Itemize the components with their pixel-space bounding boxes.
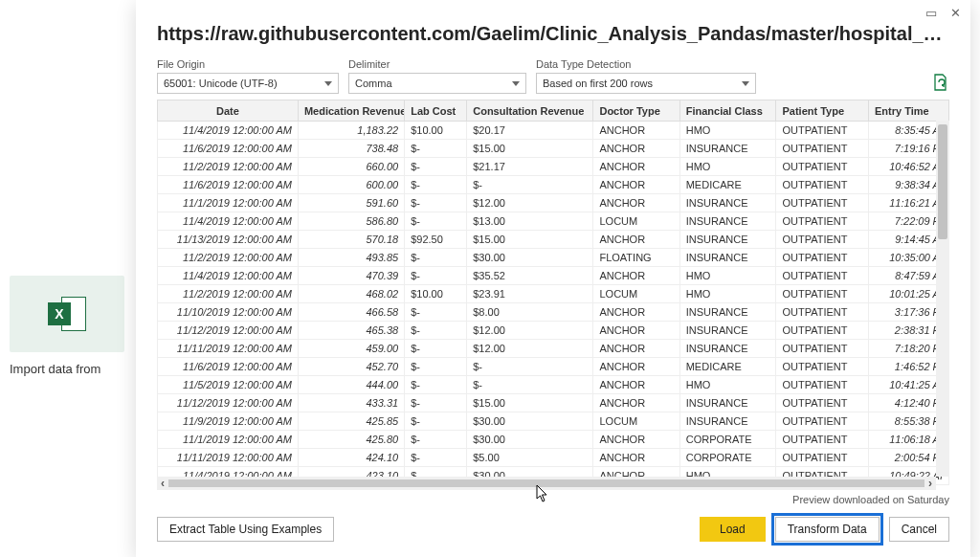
cell-date: 11/2/2019 12:00:00 AM [158,249,299,267]
cell-cons: $5.00 [467,449,593,467]
table-row[interactable]: 11/4/2019 12:00:00 AM586.80$-$13.00LOCUM… [158,212,949,231]
cell-lab: $- [405,140,467,158]
cell-pat: OUTPATIENT [776,340,869,358]
table-row[interactable]: 11/12/2019 12:00:00 AM433.31$-$15.00ANCH… [158,394,949,412]
delimiter-select[interactable]: Comma [348,73,526,94]
table-row[interactable]: 11/11/2019 12:00:00 AM459.00$-$12.00ANCH… [158,340,949,358]
cell-med: 586.80 [298,212,404,231]
cell-doc: ANCHOR [593,340,679,358]
table-row[interactable]: 11/2/2019 12:00:00 AM493.85$-$30.00FLOAT… [158,249,949,267]
cell-date: 11/11/2019 12:00:00 AM [158,340,299,358]
table-row[interactable]: 11/4/2019 12:00:00 AM470.39$-$35.52ANCHO… [158,267,949,285]
table-row[interactable]: 11/10/2019 12:00:00 AM466.58$-$8.00ANCHO… [158,303,949,322]
table-row[interactable]: 11/2/2019 12:00:00 AM660.00$-$21.17ANCHO… [158,158,949,176]
cell-med: 570.18 [298,231,404,249]
table-row[interactable]: 11/9/2019 12:00:00 AM425.85$-$30.00LOCUM… [158,412,949,431]
cell-lab: $- [405,376,467,394]
col-ent[interactable]: Entry Time [869,100,949,122]
cell-date: 11/6/2019 12:00:00 AM [158,176,299,194]
cell-med: 468.02 [298,285,404,303]
cell-cons: $12.00 [467,340,593,358]
table-row[interactable]: 11/2/2019 12:00:00 AM468.02$10.00$23.91L… [158,285,949,303]
transform-data-button[interactable]: Transform Data [775,517,880,542]
table-row[interactable]: 11/6/2019 12:00:00 AM738.48$-$15.00ANCHO… [158,140,949,158]
cell-fin: INSURANCE [679,249,776,267]
col-date[interactable]: Date [158,100,299,122]
col-cons[interactable]: Consultation Revenue [467,100,593,122]
dtype-select[interactable]: Based on first 200 rows [536,73,756,94]
cancel-button[interactable]: Cancel [889,517,949,542]
cell-pat: OUTPATIENT [776,122,869,140]
cell-cons: $30.00 [467,249,593,267]
cell-fin: INSURANCE [679,303,776,322]
excel-tile[interactable]: X [10,276,124,352]
table-row[interactable]: 11/13/2019 12:00:00 AM570.18$92.50$15.00… [158,231,949,249]
cell-fin: INSURANCE [679,322,776,340]
cell-fin: HMO [679,285,776,303]
refresh-icon[interactable] [932,74,949,94]
cell-date: 11/1/2019 12:00:00 AM [158,194,299,212]
cell-med: 660.00 [298,158,404,176]
cell-doc: ANCHOR [593,231,679,249]
scroll-right-icon[interactable]: › [928,477,932,490]
cell-med: 591.60 [298,194,404,212]
file-origin-select[interactable]: 65001: Unicode (UTF-8) [157,73,339,94]
col-fin[interactable]: Financial Class [679,100,776,122]
dtype-label: Data Type Detection [536,58,756,70]
cell-doc: ANCHOR [593,194,679,212]
cell-med: 470.39 [298,267,404,285]
table-row[interactable]: 11/4/2019 12:00:00 AM1,183.22$10.00$20.1… [158,122,949,140]
table-row[interactable]: 11/12/2019 12:00:00 AM465.38$-$12.00ANCH… [158,322,949,340]
close-icon[interactable]: ✕ [950,6,961,20]
preview-note: Preview downloaded on Saturday [157,494,949,505]
col-lab[interactable]: Lab Cost [405,100,467,122]
cell-pat: OUTPATIENT [776,249,869,267]
cell-pat: OUTPATIENT [776,322,869,340]
cell-pat: OUTPATIENT [776,176,869,194]
cell-cons: $- [467,376,593,394]
load-button[interactable]: Load [700,517,766,542]
cell-fin: MEDICARE [679,358,776,376]
cell-lab: $- [405,449,467,467]
maximize-icon[interactable]: ▭ [925,6,937,20]
cell-pat: OUTPATIENT [776,412,869,431]
col-pat[interactable]: Patient Type [776,100,869,122]
preview-table-area: Date Medication Revenue Lab Cost Consult… [157,100,949,490]
cell-fin: HMO [679,122,776,140]
scroll-left-icon[interactable]: ‹ [161,477,165,490]
cell-doc: ANCHOR [593,176,679,194]
cell-lab: $- [405,394,467,412]
cell-date: 11/2/2019 12:00:00 AM [158,158,299,176]
horizontal-scrollbar[interactable]: ‹ › [157,477,936,490]
cell-fin: INSURANCE [679,340,776,358]
cell-lab: $- [405,412,467,431]
table-row[interactable]: 11/1/2019 12:00:00 AM591.60$-$12.00ANCHO… [158,194,949,212]
table-row[interactable]: 11/11/2019 12:00:00 AM424.10$-$5.00ANCHO… [158,449,949,467]
cell-med: 425.85 [298,412,404,431]
cell-pat: OUTPATIENT [776,376,869,394]
vertical-scrollbar[interactable] [936,121,949,477]
cell-doc: ANCHOR [593,122,679,140]
cell-pat: OUTPATIENT [776,394,869,412]
cell-lab: $- [405,158,467,176]
cell-med: 425.80 [298,431,404,449]
table-row[interactable]: 11/5/2019 12:00:00 AM444.00$-$-ANCHORHMO… [158,376,949,394]
table-row[interactable]: 11/1/2019 12:00:00 AM425.80$-$30.00ANCHO… [158,431,949,449]
cell-cons: $30.00 [467,412,593,431]
cell-lab: $- [405,358,467,376]
table-row[interactable]: 11/6/2019 12:00:00 AM452.70$-$-ANCHORMED… [158,358,949,376]
cell-date: 11/12/2019 12:00:00 AM [158,394,299,412]
cell-lab: $- [405,322,467,340]
cell-med: 452.70 [298,358,404,376]
cell-cons: $15.00 [467,231,593,249]
cell-med: 600.00 [298,176,404,194]
cell-doc: ANCHOR [593,303,679,322]
cell-pat: OUTPATIENT [776,285,869,303]
cell-doc: ANCHOR [593,322,679,340]
col-med[interactable]: Medication Revenue [298,100,404,122]
col-doc[interactable]: Doctor Type [593,100,679,122]
cell-lab: $- [405,176,467,194]
cell-pat: OUTPATIENT [776,158,869,176]
extract-table-button[interactable]: Extract Table Using Examples [157,517,334,542]
table-row[interactable]: 11/6/2019 12:00:00 AM600.00$-$-ANCHORMED… [158,176,949,194]
